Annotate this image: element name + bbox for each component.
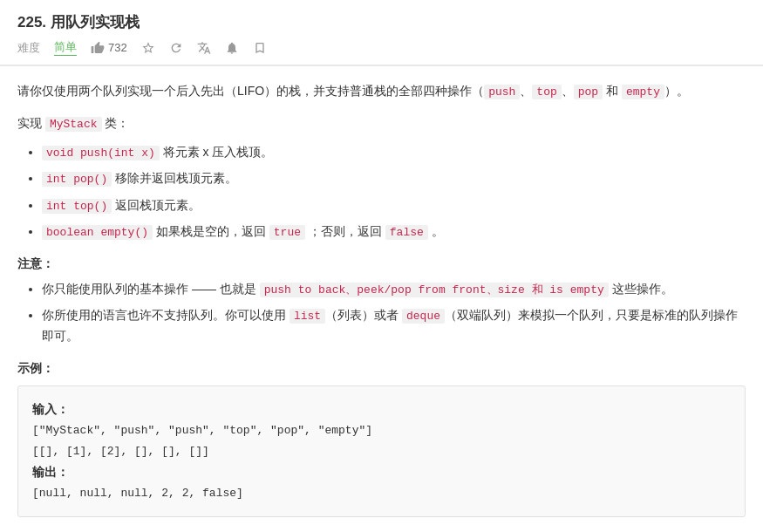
- input-line1: ["MyStack", "push", "push", "top", "pop"…: [32, 420, 731, 440]
- top-code: top: [532, 85, 561, 99]
- page-container: 225. 用队列实现栈 难度 简单 732: [0, 0, 763, 532]
- method-pop: int pop() 移除并返回栈顶元素。: [42, 168, 746, 189]
- push-signature: void push(int x): [42, 146, 160, 160]
- method-push: void push(int x) 将元素 x 压入栈顶。: [42, 142, 746, 163]
- implement-label: 实现 MyStack 类：: [17, 116, 746, 132]
- bell-group[interactable]: [225, 41, 239, 55]
- bell-icon: [225, 41, 239, 55]
- problem-title: 225. 用队列实现栈: [17, 12, 746, 32]
- note-ops-code: push to back、peek/pop from front、size 和 …: [260, 283, 609, 297]
- method-empty: boolean empty() 如果栈是空的，返回 true ；否则，返回 fa…: [42, 222, 746, 242]
- example-section: 示例： 输入： ["MyStack", "push", "push", "top…: [17, 361, 746, 517]
- false-code: false: [385, 225, 428, 240]
- like-group[interactable]: 732: [91, 41, 127, 55]
- example-title: 示例：: [17, 361, 746, 377]
- refresh-group[interactable]: [169, 41, 183, 55]
- star-group[interactable]: [141, 41, 155, 55]
- output-label: 输出：: [32, 461, 731, 483]
- pop-signature: int pop(): [42, 172, 112, 187]
- like-count: 732: [108, 41, 127, 54]
- list-code: list: [290, 309, 325, 324]
- bookmark-group[interactable]: [253, 41, 267, 55]
- example-box: 输入： ["MyStack", "push", "push", "top", "…: [17, 385, 746, 517]
- difficulty-label: 难度: [17, 40, 40, 56]
- bookmark-icon: [253, 41, 267, 55]
- problem-description: 请你仅使用两个队列实现一个后入先出（LIFO）的栈，并支持普通栈的全部四种操作（…: [17, 80, 746, 102]
- deque-code: deque: [402, 309, 445, 324]
- like-icon: [91, 41, 105, 55]
- meta-bar: 难度 简单 732: [17, 39, 746, 56]
- top-signature: int top(): [42, 199, 112, 214]
- note-section: 注意： 你只能使用队列的基本操作 —— 也就是 push to back、pee…: [17, 256, 746, 347]
- star-icon: [141, 41, 155, 55]
- empty-code: empty: [622, 85, 664, 99]
- empty-signature: boolean empty(): [42, 225, 153, 240]
- translate-group[interactable]: [197, 41, 211, 55]
- method-top: int top() 返回栈顶元素。: [42, 195, 746, 216]
- note-item-2: 你所使用的语言也许不支持队列。你可以使用 list（列表）或者 deque（双端…: [42, 305, 746, 347]
- refresh-icon: [169, 41, 183, 55]
- input-line2: [[], [1], [2], [], [], []]: [32, 441, 731, 461]
- pop-code: pop: [574, 85, 603, 99]
- header-area: 225. 用队列实现栈 难度 简单 732: [0, 0, 763, 65]
- note-list: 你只能使用队列的基本操作 —— 也就是 push to back、peek/po…: [42, 279, 746, 347]
- input-label: 输入：: [32, 399, 731, 420]
- note-title: 注意：: [17, 256, 746, 272]
- methods-list: void push(int x) 将元素 x 压入栈顶。 int pop() 移…: [42, 142, 746, 242]
- note-item-1: 你只能使用队列的基本操作 —— 也就是 push to back、peek/po…: [42, 279, 746, 300]
- output-line: [null, null, null, 2, 2, false]: [32, 483, 731, 503]
- translate-icon: [197, 41, 211, 55]
- ops-code: push: [484, 85, 520, 99]
- difficulty-value[interactable]: 简单: [54, 39, 77, 56]
- content-area: 请你仅使用两个队列实现一个后入先出（LIFO）的栈，并支持普通栈的全部四种操作（…: [0, 66, 763, 532]
- mystack-code: MyStack: [45, 117, 102, 132]
- true-code: true: [269, 225, 305, 240]
